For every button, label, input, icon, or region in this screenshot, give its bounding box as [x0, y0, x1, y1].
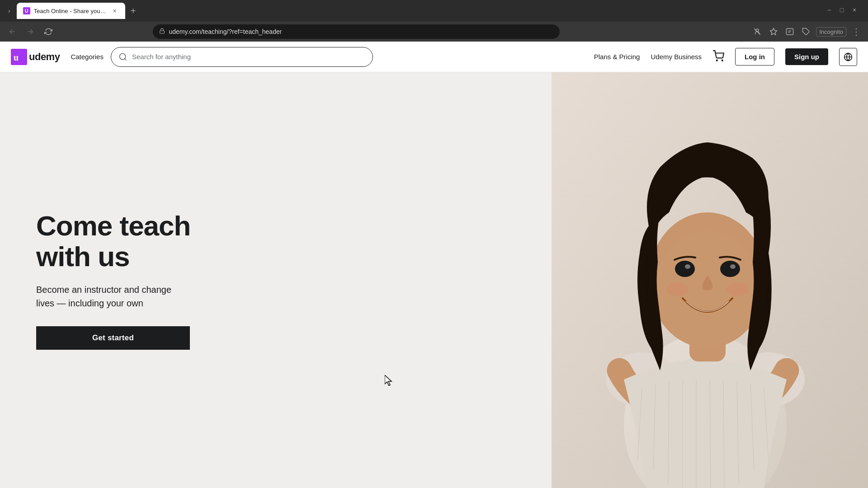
- forward-button[interactable]: [24, 25, 37, 38]
- plans-pricing-link[interactable]: Plans & Pricing: [594, 53, 640, 61]
- svg-point-34: [726, 282, 749, 296]
- svg-point-8: [119, 53, 125, 59]
- person-illustration: [552, 72, 868, 488]
- active-tab[interactable]: U Teach Online - Share your kno... ×: [17, 3, 125, 19]
- udemy-business-link[interactable]: Udemy Business: [651, 53, 702, 61]
- new-tab-button[interactable]: +: [127, 4, 140, 18]
- udemy-logo[interactable]: u udemy: [11, 49, 60, 65]
- tab-close-button[interactable]: ×: [111, 7, 119, 15]
- tab-group-arrow[interactable]: ›: [5, 5, 13, 16]
- navbar-links: Plans & Pricing Udemy Business Log in Si…: [594, 48, 857, 66]
- udemy-page: u udemy Categories Search for anything P…: [0, 42, 868, 488]
- cart-icon[interactable]: [712, 50, 724, 64]
- svg-point-9: [717, 60, 717, 61]
- back-button[interactable]: [5, 25, 19, 38]
- hero-section: Come teach with us Become an instructor …: [0, 72, 868, 488]
- signup-button[interactable]: Sign up: [785, 48, 828, 65]
- udemy-logo-icon: u: [11, 49, 27, 65]
- menu-button[interactable]: ⋮: [850, 25, 863, 38]
- maximize-button[interactable]: □: [837, 5, 846, 14]
- svg-point-10: [722, 60, 723, 61]
- login-button[interactable]: Log in: [735, 48, 774, 66]
- tab-favicon: U: [23, 7, 30, 14]
- svg-point-30: [685, 264, 690, 269]
- hero-image: [226, 72, 868, 488]
- address-bar[interactable]: udemy.com/teaching/?ref=teach_header: [153, 24, 560, 39]
- hero-content: Come teach with us Become an instructor …: [0, 72, 226, 488]
- svg-point-33: [666, 282, 689, 296]
- tab-title: Teach Online - Share your kno...: [34, 8, 107, 14]
- svg-marker-3: [770, 28, 777, 35]
- cursor-indicator: [385, 375, 394, 384]
- svg-point-29: [675, 261, 695, 277]
- url-text: udemy.com/teaching/?ref=teach_header: [169, 28, 282, 35]
- svg-text:u: u: [14, 52, 19, 62]
- categories-button[interactable]: Categories: [71, 53, 104, 61]
- extensions-icon[interactable]: [800, 25, 812, 38]
- incognito-label: Incognito: [816, 27, 846, 37]
- refresh-button[interactable]: [42, 25, 55, 38]
- address-bar-row: udemy.com/teaching/?ref=teach_header Inc…: [0, 22, 868, 42]
- hero-title: Come teach with us: [36, 211, 190, 272]
- star-icon[interactable]: [767, 25, 780, 38]
- security-icon: [159, 28, 165, 35]
- svg-point-31: [720, 261, 740, 277]
- search-bar[interactable]: Search for anything: [111, 47, 373, 67]
- get-started-button[interactable]: Get started: [36, 326, 190, 350]
- hero-subtitle: Become an instructor and change lives — …: [36, 283, 190, 310]
- svg-rect-4: [787, 28, 793, 35]
- navbar: u udemy Categories Search for anything P…: [0, 42, 868, 72]
- svg-rect-0: [160, 31, 165, 33]
- close-window-button[interactable]: ×: [850, 5, 859, 14]
- search-input[interactable]: Search for anything: [132, 53, 191, 61]
- minimize-button[interactable]: −: [825, 5, 834, 14]
- tab-bar: U Teach Online - Share your kno... × +: [17, 3, 140, 19]
- window-controls: − □ ×: [825, 5, 859, 14]
- svg-point-32: [730, 264, 736, 269]
- language-button[interactable]: [839, 48, 857, 66]
- browser-tab-bar: › U Teach Online - Share your kno... × +…: [0, 0, 868, 22]
- udemy-logo-text: udemy: [29, 51, 60, 63]
- browser-actions: Incognito ⋮: [751, 25, 863, 38]
- incognito-icon: [751, 25, 764, 38]
- profile-icon[interactable]: [783, 25, 796, 38]
- search-icon: [118, 52, 127, 61]
